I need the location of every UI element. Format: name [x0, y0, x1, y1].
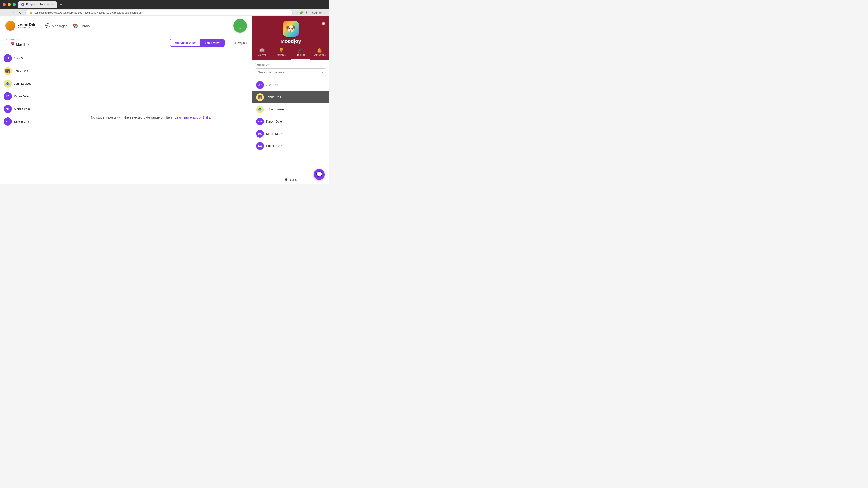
student-name: Jamie Cris [14, 69, 28, 73]
bookmark-icon[interactable]: ☆ [296, 11, 298, 14]
progress-tab-label: Progress [296, 54, 305, 56]
student-name: Shiella Cris [14, 120, 29, 123]
sidebar-student-name: Mordi Seem [266, 132, 283, 135]
export-label: Export [238, 41, 247, 44]
sidebar-header: ⚙ 🐶 Moodjoy [252, 16, 329, 45]
menu-icon[interactable]: ⋮ [323, 11, 327, 14]
tab-close-btn[interactable]: ✕ [51, 3, 54, 6]
student-avatar: 🐻 [4, 67, 12, 75]
student-item[interactable]: SC Shiella Cris [0, 115, 50, 128]
messages-icon: 💬 [45, 23, 50, 28]
student-avatar: 🐟 [4, 79, 12, 88]
active-tab[interactable]: S Progress - Seesaw ✕ [18, 1, 57, 8]
sidebar-tab-progress[interactable]: 🎓 Progress [291, 45, 310, 60]
user-profile: Lauren Deli Teacher - 1 Class [5, 21, 37, 31]
sidebar-student-item[interactable]: 🐻 Jamie Cris [252, 91, 329, 103]
calendar-icon: 📅 [10, 42, 15, 46]
learn-more-link[interactable]: Learn more about Skills. [175, 116, 211, 119]
window-maximize-btn[interactable] [13, 3, 16, 6]
sidebar-student-item[interactable]: 🐟 John Louises [252, 103, 329, 116]
url-bar[interactable]: 🔒 app.seesaw.me/#/class/class.e01bf4c2-9… [25, 10, 293, 15]
sidebar-tab-activities[interactable]: 💡 Activities [272, 45, 291, 60]
student-name: John Louises [14, 82, 31, 86]
students-panel: JP Jack Pot 🐻 Jamie Cris 🐟 John Louises … [0, 50, 252, 184]
student-avatar: KD [4, 92, 12, 100]
search-students-input[interactable] [255, 68, 327, 76]
chat-bubble-btn[interactable]: 💬 [314, 169, 324, 180]
date-text: Mar 8 [16, 42, 25, 46]
sidebar-student-name: Jamie Cris [266, 95, 281, 99]
window-controls [3, 3, 16, 6]
back-btn[interactable]: ← [3, 10, 8, 15]
current-date: 📅 Mar 8 [10, 42, 25, 46]
moodjoy-title: Moodjoy [281, 38, 301, 44]
sidebar-student-avatar: SC [256, 142, 264, 150]
sidebar-student-avatar: JP [256, 81, 264, 89]
student-item[interactable]: MS Mordi Seem [0, 103, 50, 115]
sidebar-tab-notifications[interactable]: 🔔 Notifications [310, 45, 329, 60]
sidebar-student-item[interactable]: JP Jack Pot [252, 79, 329, 91]
progress-tab-icon: 🎓 [298, 47, 303, 53]
chat-icon: 💬 [316, 171, 322, 177]
user-role: Teacher - 1 Class [18, 26, 37, 29]
address-bar: ← → ↻ 🔒 app.seesaw.me/#/class/class.e01b… [0, 9, 329, 16]
main-content: Lauren Deli Teacher - 1 Class 💬 Messages… [0, 16, 252, 184]
sidebar-student-avatar: 🐟 [256, 105, 264, 113]
new-tab-btn[interactable]: + [58, 1, 64, 8]
view-toggle: Activities View Skills View [170, 39, 225, 47]
nav-messages[interactable]: 💬 Messages [45, 23, 67, 28]
selected-dates-label: Selected Dates [5, 38, 30, 41]
browser-tabs: S Progress - Seesaw ✕ + [18, 1, 327, 8]
sidebar-tabs: 📖 Journal 💡 Activities 🎓 Progress 🔔 Noti… [252, 45, 329, 60]
sidebar-student-name: John Louises [266, 107, 285, 111]
student-item[interactable]: 🐟 John Louises [0, 77, 50, 90]
sidebar-tab-journal[interactable]: 📖 Journal [252, 45, 272, 60]
student-item[interactable]: KD Karen Dale [0, 90, 50, 103]
sidebar-student-item[interactable]: SC Shiella Cris [252, 140, 329, 152]
date-bar: Selected Dates ‹ 📅 Mar 8 › Activities Vi… [0, 35, 252, 50]
student-item[interactable]: 🐻 Jamie Cris [0, 65, 50, 77]
browser-chrome: S Progress - Seesaw ✕ + [0, 0, 329, 9]
student-avatar: SC [4, 118, 12, 126]
student-name: Karen Dale [14, 95, 29, 98]
settings-icon[interactable]: ⚙ [321, 21, 326, 26]
students-section-label: Students [255, 63, 272, 67]
student-name: Jack Pot [14, 57, 25, 60]
app-container: Lauren Deli Teacher - 1 Class 💬 Messages… [0, 16, 329, 184]
nav-items: 💬 Messages 📚 Library [45, 23, 90, 28]
student-item[interactable]: JP Jack Pot [0, 52, 50, 65]
activities-view-btn[interactable]: Activities View [170, 39, 200, 46]
extensions-icon[interactable]: 🧩 [300, 11, 304, 14]
url-text: app.seesaw.me/#/class/class.e01bf4c2-9a2… [34, 11, 143, 14]
prev-date-btn[interactable]: ‹ [5, 41, 8, 47]
activities-tab-label: Activities [277, 54, 285, 56]
sidebar-student-item[interactable]: KD Karen Dale [252, 116, 329, 128]
forward-btn[interactable]: → [10, 10, 16, 15]
top-nav: Lauren Deli Teacher - 1 Class 💬 Messages… [0, 16, 252, 35]
sidebar-student-avatar: 🐻 [256, 93, 264, 101]
library-icon: 📚 [73, 23, 78, 28]
next-date-btn[interactable]: › [27, 41, 30, 47]
tab-title: Progress - Seesaw [26, 3, 49, 6]
tab-favicon: S [21, 3, 24, 6]
nav-library[interactable]: 📚 Library [73, 23, 90, 28]
nav-messages-label: Messages [52, 24, 67, 28]
sidebar-student-item[interactable]: MS Mordi Seem [252, 128, 329, 140]
user-info: Lauren Deli Teacher - 1 Class [18, 23, 37, 29]
search-wrapper: ▲ [255, 68, 327, 76]
skills-view-btn[interactable]: Skills View [200, 39, 224, 46]
window-close-btn[interactable] [3, 3, 6, 6]
export-button[interactable]: ⬇ Export [234, 41, 247, 44]
add-button[interactable]: + Add [233, 19, 247, 33]
add-label: Add [238, 27, 242, 30]
chevron-up-icon: ▲ [321, 71, 324, 74]
sidebar-student-avatar: MS [256, 130, 264, 138]
window-minimize-btn[interactable] [8, 3, 11, 6]
notifications-tab-label: Notifications [313, 54, 326, 56]
download-icon[interactable]: ⬇ [305, 11, 308, 14]
sidebar-student-avatar: KD [256, 118, 264, 125]
refresh-btn[interactable]: ↻ [18, 10, 23, 15]
moodjoy-logo: 🐶 [283, 21, 299, 37]
profile-icon[interactable]: Incognito [310, 11, 322, 14]
sidebar-student-name: Shiella Cris [266, 144, 282, 148]
